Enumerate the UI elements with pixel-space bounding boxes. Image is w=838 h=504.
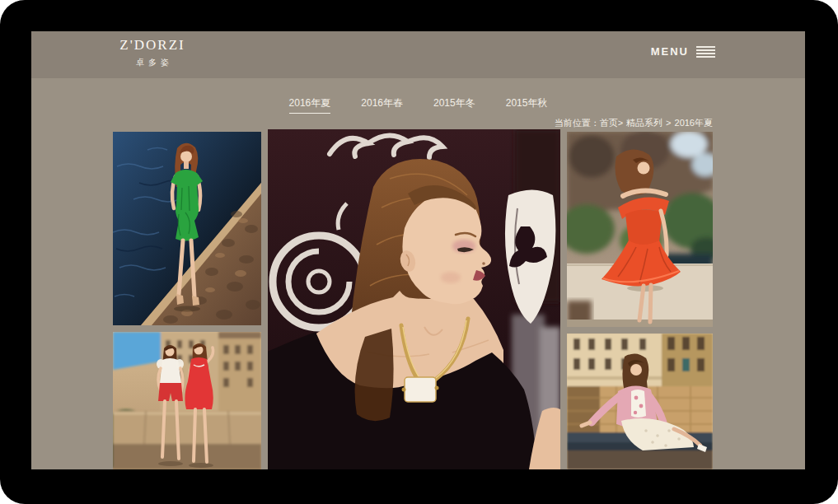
tab-2016-spring[interactable]: 2016年春 [361, 96, 403, 114]
gallery-item-portrait[interactable] [268, 129, 560, 469]
tab-2015-autumn[interactable]: 2015年秋 [506, 96, 548, 114]
photo-green-dress-riverside [113, 132, 261, 325]
menu-button[interactable]: MENU [651, 45, 715, 58]
brand-logo-title: Z'DORZI [107, 37, 198, 54]
page: Z'DORZI 卓多姿 MENU 2016年夏 2016年春 2015年冬 20… [0, 0, 838, 504]
breadcrumb-link-collection[interactable]: 精品系列 [626, 118, 662, 128]
season-tabs: 2016年夏 2016年春 2015年冬 2015年秋 [31, 96, 805, 114]
breadcrumb: 当前位置：首页>精品系列>2016年夏 [555, 117, 713, 129]
breadcrumb-link-home[interactable]: 首页> [600, 118, 623, 128]
tab-2015-winter[interactable]: 2015年冬 [433, 96, 475, 114]
breadcrumb-separator: > [666, 118, 671, 128]
gallery-item-orange-dress[interactable] [567, 132, 713, 327]
breadcrumb-current: 2016年夏 [675, 118, 713, 128]
brand-logo-subtitle: 卓多姿 [107, 57, 198, 68]
gallery-item-two-models[interactable] [113, 332, 261, 469]
menu-button-label: MENU [651, 45, 689, 58]
website-screen: Z'DORZI 卓多姿 MENU 2016年夏 2016年春 2015年冬 20… [31, 31, 805, 469]
brand-logo: Z'DORZI 卓多姿 [107, 37, 198, 68]
photo-two-models-paris [113, 332, 261, 469]
photo-portrait-gold-necklace [268, 129, 560, 469]
photo-pink-cardigan-seine [567, 334, 713, 469]
breadcrumb-prefix: 当前位置： [555, 118, 600, 128]
gallery-item-green-dress[interactable] [113, 132, 261, 325]
photo-orange-dress-paris [567, 132, 713, 327]
gallery-item-pink-cardigan[interactable] [567, 334, 713, 469]
tab-2016-summer[interactable]: 2016年夏 [289, 96, 331, 114]
hamburger-menu-icon[interactable] [696, 46, 715, 58]
site-header: Z'DORZI 卓多姿 MENU [31, 31, 805, 78]
